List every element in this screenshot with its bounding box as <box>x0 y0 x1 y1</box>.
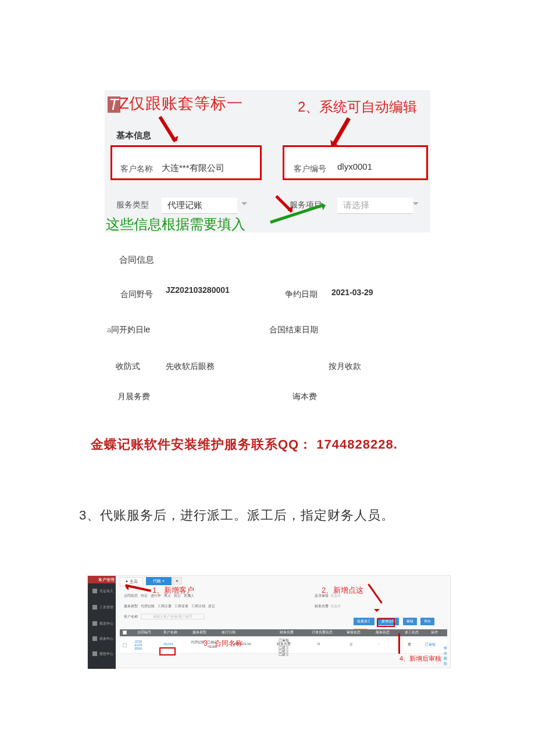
customer-cell-highlight <box>159 647 176 655</box>
customer-code-input[interactable]: dlyx0001 <box>337 162 372 171</box>
sidebar-item[interactable]: 报告中心 <box>99 651 113 657</box>
customer-search-input[interactable]: 请输入客户名称/客户编号 <box>141 614 205 619</box>
filter-option[interactable]: 待定 <box>141 594 148 597</box>
td: 已审核 <box>425 642 436 647</box>
sidebar-item-customer[interactable]: 客户管理 <box>88 576 116 583</box>
row-actions[interactable]: 修改 删除 <box>444 646 447 667</box>
add-contract-highlight <box>377 618 395 627</box>
filter-option[interactable]: 工商注销 <box>191 604 205 608</box>
menu-icon <box>92 651 97 656</box>
service-item-select[interactable]: 请选择 <box>337 198 413 214</box>
batch-dispatch-button[interactable]: 批量派工 <box>354 618 374 625</box>
sidebar: 客户管理 凭证录入 工资管理 报表中心 税务中心 报告中心 <box>88 576 116 669</box>
sign-date-label: 争约日期 <box>285 289 318 300</box>
contract-no-link[interactable]: JZ20 2103 2800 <box>134 640 142 650</box>
annotation-audit-after: 4、新增后审核 <box>400 654 441 663</box>
th: 操作 <box>431 630 438 635</box>
filter-option[interactable]: 代理记账 <box>141 604 155 608</box>
th: 订单负责状态 <box>312 630 333 635</box>
td: 代理记账 <box>191 640 205 645</box>
filter-option[interactable]: 工商注册 <box>158 604 172 608</box>
service-type-select[interactable]: 代理记账 <box>162 198 237 214</box>
filter-row-3: 客户名称 请输入客户名称/客户编号 <box>124 614 205 619</box>
menu-icon <box>92 621 97 626</box>
th: 派工状态 <box>405 630 419 635</box>
tab-active[interactable]: 代账 × <box>146 577 172 585</box>
customer-code-label: 客户编号 <box>294 164 326 174</box>
basic-info-title: 基本信息 <box>116 130 151 141</box>
contract-info-title: 合同信息 <box>119 255 154 266</box>
pay-period-value: 按月收款 <box>329 361 361 372</box>
customer-name-label: 客户名称 <box>120 164 153 174</box>
th: 客户名称 <box>163 630 177 635</box>
service-type-label: 服务类型 <box>116 200 149 210</box>
th: 服务状态 <box>376 630 390 635</box>
td: 已审核 财务负责 已建立 已建立 已建立 <box>277 639 291 656</box>
contract-no-value: JZ202103280001 <box>166 285 230 295</box>
td: - <box>379 642 380 646</box>
tab-close-button[interactable]: × <box>172 577 182 585</box>
menu-icon <box>92 636 97 641</box>
step3-text: 3、代账服务后，进行派工。派工后，指定财务人员。 <box>79 507 394 524</box>
filter-label: 客户名称 <box>124 615 138 618</box>
filter-row-2: 服务类型 代理记账 工商注册 工商变更 工商注销 其它 <box>124 604 215 609</box>
th: 签订日期 <box>222 630 236 635</box>
sidebar-item[interactable]: 报表中心 <box>99 621 113 626</box>
annotation-badge: T <box>108 96 120 113</box>
td: 正 <box>349 642 353 647</box>
row-checkbox[interactable] <box>123 643 127 647</box>
sidebar-item[interactable]: 税务中心 <box>99 636 113 642</box>
audit-button[interactable]: 审核 <box>403 618 417 625</box>
menu-icon <box>92 605 97 610</box>
customer-link[interactable]: dlyx01 <box>163 642 173 646</box>
annotation-2: 2、系统可自动编辑 <box>298 98 417 116</box>
filter-label: 财务负责 <box>315 604 329 608</box>
chevron-down-icon <box>413 202 419 208</box>
th: 审核状态 <box>347 630 361 635</box>
filter-select[interactable]: 请选择 <box>330 604 341 608</box>
th: 合同编号 <box>137 630 151 635</box>
sign-date-value: 2021-03-29 <box>331 288 373 297</box>
start-date-label: a同开妁日le <box>107 325 150 335</box>
chevron-down-icon <box>241 202 247 208</box>
annotation-1: TZ仅跟账套等标一 <box>108 93 244 114</box>
start-date-text: 同开妁日le <box>111 325 150 334</box>
th: 服务类型 <box>192 630 206 635</box>
menu-icon <box>92 589 97 593</box>
qq-contact-line: 金蝶记账软件安装维护服务联系QQ： 1744828228. <box>91 436 398 453</box>
monthly-fee-label: 月晨务费 <box>117 392 150 402</box>
export-button[interactable]: 导出 <box>420 618 434 625</box>
filter-label: 服务类型 <box>124 604 138 608</box>
contract-no-label: 合同野号 <box>120 289 153 300</box>
filter-option[interactable]: 工商变更 <box>174 604 188 608</box>
sidebar-item[interactable]: 工资管理 <box>99 605 113 610</box>
td: N <box>318 642 320 646</box>
select-all-checkbox[interactable] <box>123 630 127 635</box>
pay-method-label: 收防式 <box>116 361 140 372</box>
book-fee-label: 诲本费 <box>293 392 317 402</box>
annotation-click-add: 2、新增点这 <box>322 585 363 596</box>
pay-method-value: 先收软后眼務 <box>166 361 215 372</box>
annotation-green: 这些信息根据需要填入 <box>106 215 245 234</box>
customer-name-input[interactable]: 大连***有限公司 <box>162 163 224 174</box>
th: 财务负责 <box>280 630 294 635</box>
sidebar-item[interactable]: 凭证录入 <box>99 589 113 594</box>
filter-label: 合同状态 <box>124 594 138 597</box>
filter-option[interactable]: 其它 <box>208 604 215 608</box>
td: 重 <box>408 642 411 647</box>
filter-finance: 财务负责 请选择 <box>315 604 341 609</box>
end-date-label: 合国结束日期 <box>269 325 318 335</box>
annotation-new-customer: 1、新增客户 <box>152 585 194 596</box>
annotation-contract-name: 3、合同名称 <box>204 639 242 648</box>
annotation-1-text: Z仅跟账套等标一 <box>119 95 244 112</box>
